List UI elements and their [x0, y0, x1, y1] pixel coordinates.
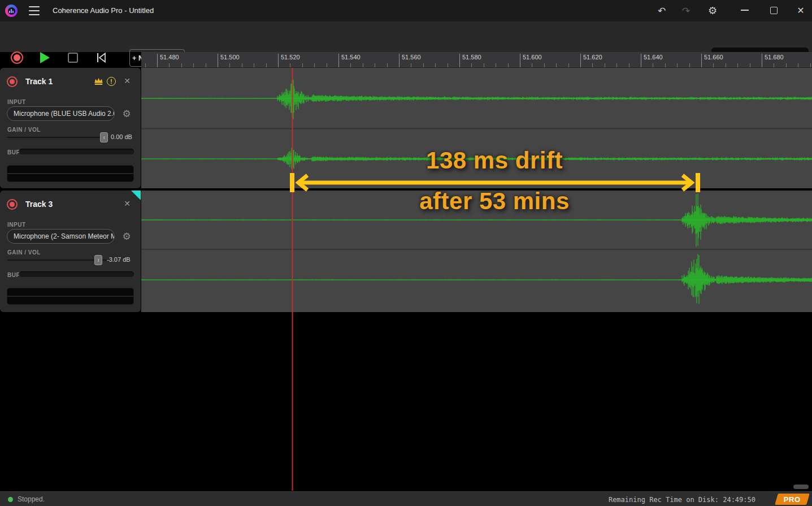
ruler-minor-tick: [471, 63, 472, 67]
crown-icon: [93, 77, 104, 86]
horizontal-scrollbar-thumb[interactable]: [793, 485, 809, 489]
redo-icon[interactable]: ↷: [679, 5, 693, 17]
gain-slider-thumb[interactable]: I: [100, 132, 108, 142]
gain-value: 0.00 dB: [111, 133, 132, 140]
stop-button[interactable]: [68, 53, 78, 63]
track-settings-gear-icon[interactable]: ⚙: [121, 230, 132, 243]
ruler-minor-tick: [544, 63, 545, 67]
ruler-major-tick: [520, 54, 520, 67]
status-dot-icon: [8, 497, 13, 502]
ruler-label: 51.600: [523, 54, 542, 60]
close-track-button[interactable]: ✕: [122, 76, 132, 86]
pro-badge[interactable]: PRO: [775, 494, 809, 505]
input-device-dropdown[interactable]: Microphone (2- Samson Meteor Mic: [7, 229, 115, 244]
ruler-minor-tick: [496, 63, 496, 67]
waveform-canvas[interactable]: [141, 68, 812, 491]
ruler-minor-tick: [568, 63, 569, 67]
ruler-minor-tick: [242, 63, 242, 67]
ruler-minor-tick: [484, 63, 484, 67]
buf-label: BUF: [7, 272, 20, 278]
ruler-label: 51.560: [402, 54, 421, 60]
ruler-minor-tick: [448, 63, 448, 67]
ruler-minor-tick: [314, 63, 315, 67]
ruler-label: 51.580: [462, 54, 481, 60]
ruler-minor-tick: [363, 63, 363, 67]
gain-slider[interactable]: [7, 137, 107, 138]
ruler-minor-tick: [737, 63, 738, 67]
ruler-minor-tick: [302, 63, 303, 67]
track-panel-1: Track 1 ! ✕ INPUT Microphone (BLUE USB A…: [0, 68, 141, 188]
maximize-button[interactable]: [770, 7, 778, 14]
ruler-major-tick: [218, 54, 218, 67]
ruler-minor-tick: [605, 63, 605, 67]
ruler-label: 51.500: [220, 54, 240, 60]
warning-icon[interactable]: !: [107, 77, 116, 86]
track-name: Track 3: [25, 200, 53, 209]
ruler-minor-tick: [592, 63, 593, 67]
ruler-minor-tick: [653, 63, 653, 67]
ruler-minor-tick: [423, 63, 424, 67]
ruler-minor-tick: [508, 63, 509, 67]
gain-label: GAIN / VOL: [7, 249, 41, 256]
remaining-rec-time: Remaining Rec Time on Disk: 24:49:50: [609, 496, 755, 504]
skip-to-start-icon[interactable]: [95, 51, 107, 64]
undo-icon[interactable]: ↶: [655, 5, 668, 17]
ruler-label: 51.480: [160, 54, 179, 60]
ruler-minor-tick: [206, 63, 206, 67]
ruler-major-tick: [338, 54, 339, 67]
ruler-minor-tick: [774, 63, 774, 67]
ruler-minor-tick: [689, 63, 690, 67]
ruler-major-tick: [580, 54, 581, 67]
record-button[interactable]: [11, 51, 23, 64]
ruler-minor-tick: [810, 63, 811, 67]
ruler-minor-tick: [750, 63, 750, 67]
ruler-minor-tick: [387, 63, 388, 67]
ruler-minor-tick: [677, 63, 678, 67]
hamburger-menu-icon[interactable]: [29, 6, 40, 15]
ruler-minor-tick: [713, 63, 714, 67]
record-arm-button[interactable]: [7, 199, 18, 210]
status-text: Stopped.: [18, 495, 45, 503]
drift-arrow-right-cap: [696, 173, 700, 192]
ruler-minor-tick: [350, 63, 351, 67]
title-bar: Coherence Audio Pro - Untitled ↶ ↷ ⚙ ✕: [0, 0, 812, 21]
ruler-minor-tick: [145, 63, 146, 67]
level-meter: [7, 165, 134, 182]
gain-label: GAIN / VOL: [7, 127, 41, 133]
play-button[interactable]: [40, 52, 50, 63]
ruler-minor-tick: [169, 63, 170, 67]
drift-arrow-left-cap: [290, 173, 294, 192]
app-logo-icon: [5, 5, 18, 17]
record-arm-button[interactable]: [7, 76, 18, 87]
buffer-bar: [19, 149, 134, 154]
ruler-major-tick: [399, 54, 400, 67]
input-label: INPUT: [7, 99, 26, 105]
ruler-major-tick: [701, 54, 702, 67]
ruler-minor-tick: [726, 63, 726, 67]
waveform-region: 138 ms drift after 53 mins: [141, 68, 812, 491]
input-label: INPUT: [7, 222, 26, 228]
timeline-ruler[interactable]: 51.48051.50051.52051.54051.56051.58051.6…: [141, 52, 812, 68]
settings-gear-icon[interactable]: ⚙: [706, 5, 719, 17]
ruler-major-tick: [157, 54, 158, 67]
ruler-minor-tick: [229, 63, 230, 67]
close-track-button[interactable]: ✕: [122, 198, 132, 209]
ruler-minor-tick: [411, 63, 411, 67]
ruler-minor-tick: [532, 63, 532, 67]
close-window-button[interactable]: ✕: [794, 4, 807, 16]
ruler-minor-tick: [254, 63, 254, 67]
ruler-major-tick: [459, 54, 460, 67]
ruler-minor-tick: [435, 63, 436, 67]
gain-slider-thumb[interactable]: I: [94, 255, 102, 265]
drift-annotation-line2: after 53 mins: [419, 188, 570, 215]
drift-annotation-line1: 138 ms drift: [426, 147, 563, 174]
buffer-bar: [19, 271, 134, 277]
ruler-label: 51.520: [281, 54, 300, 60]
input-device-dropdown[interactable]: Microphone (BLUE USB Audio 2.0): [7, 106, 115, 121]
track-settings-gear-icon[interactable]: ⚙: [121, 107, 132, 120]
minimize-button[interactable]: [741, 10, 749, 11]
gain-slider[interactable]: [7, 260, 107, 261]
ruler-major-tick: [278, 54, 279, 67]
ruler-label: 51.640: [644, 54, 663, 60]
ruler-minor-tick: [181, 63, 182, 67]
